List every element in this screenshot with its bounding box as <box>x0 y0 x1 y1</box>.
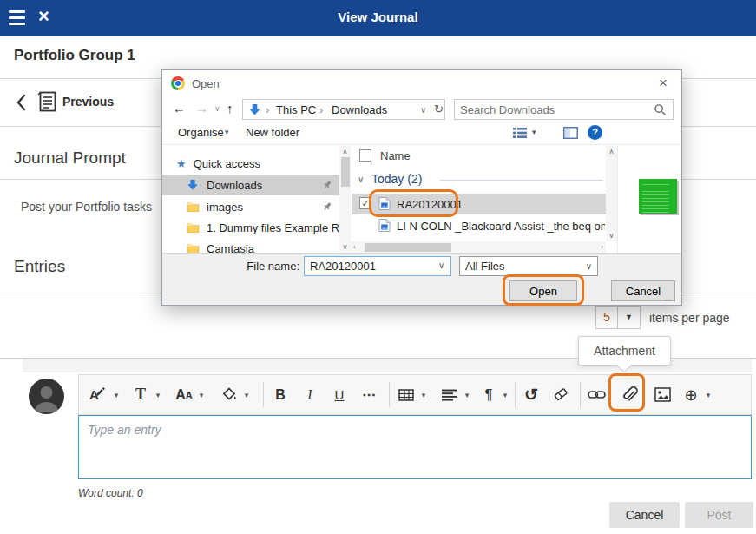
help-icon[interactable]: ? <box>588 125 602 140</box>
dialog-close-icon[interactable]: × <box>659 75 667 92</box>
group-header-line <box>440 180 603 181</box>
portfolio-group-title: Portfolio Group 1 <box>14 47 135 64</box>
preview-pane-icon[interactable] <box>563 127 578 139</box>
text-style-caret[interactable]: ▾ <box>112 375 121 414</box>
scroll-right-arrow[interactable]: › <box>601 243 603 251</box>
folder-icon <box>187 201 200 212</box>
file-type-select[interactable]: All Files ∨ <box>459 256 598 276</box>
scroll-down-arrow[interactable]: ∨ <box>606 232 617 240</box>
font-caret[interactable]: ▾ <box>154 375 162 414</box>
nav-history-caret[interactable]: ∨ <box>214 104 220 113</box>
address-dropdown-caret[interactable]: ∨ <box>420 105 426 115</box>
items-per-page-select[interactable]: 5 <box>595 306 618 329</box>
view-caret[interactable]: ▾ <box>532 128 536 136</box>
paragraph-caret[interactable]: ▾ <box>501 375 509 414</box>
sidebar-item-quick-access[interactable]: ★ Quick access <box>162 153 339 174</box>
font-size-button[interactable]: A A <box>171 375 197 414</box>
font-button[interactable]: T <box>131 375 150 414</box>
align-button[interactable] <box>438 375 461 414</box>
open-file-dialog: Open × ← → ∨ ↑ › This PC › Downloads ∨ ↻… <box>161 69 682 306</box>
underline-button[interactable]: U <box>329 375 350 414</box>
align-caret[interactable]: ▾ <box>463 375 471 414</box>
pin-icon <box>322 180 332 190</box>
highlight-caret[interactable]: ▾ <box>242 375 251 414</box>
file-preview-thumbnail <box>639 179 677 214</box>
breadcrumb-this-pc[interactable]: This PC <box>276 103 316 116</box>
app-header: × View Journal <box>0 0 756 36</box>
attachment-tooltip-label: Attachment <box>594 344 655 358</box>
list-view-icon[interactable] <box>513 127 527 139</box>
nav-back-button[interactable]: ← <box>173 101 186 115</box>
column-header-name[interactable]: Name <box>380 149 411 162</box>
insert-content-caret[interactable]: ▾ <box>704 375 713 414</box>
file-list: Name ∨ Today (2) ✓ RA20120001 <box>351 146 606 253</box>
organise-button[interactable]: Organise <box>178 126 224 139</box>
refresh-icon[interactable]: ↻ <box>434 102 444 115</box>
highlight-color-button[interactable] <box>218 375 240 414</box>
items-per-page-label: items per page <box>649 311 730 325</box>
paragraph-button[interactable]: ¶ <box>478 375 499 414</box>
chevron-left-icon <box>16 94 27 111</box>
view-journal-screen: × View Journal Portfolio Group 1 Previou… <box>0 0 756 534</box>
nav-up-button[interactable]: ↑ <box>227 101 233 115</box>
table-button[interactable] <box>395 375 417 414</box>
italic-button[interactable]: I <box>299 375 320 414</box>
group-header-today[interactable]: Today (2) <box>371 172 422 186</box>
breadcrumb-bar[interactable]: › This PC › Downloads ∨ ↻ <box>242 99 445 120</box>
downloads-icon <box>248 103 261 116</box>
search-icon <box>654 103 667 116</box>
more-formatting-button[interactable]: ⋯ <box>358 375 379 414</box>
file-list-vscrollbar[interactable]: ∧ ∨ <box>606 146 617 241</box>
file-type-caret: ∨ <box>586 257 592 275</box>
scroll-left-arrow[interactable]: ‹ <box>353 243 356 251</box>
crumb-separator: › <box>266 103 269 116</box>
cancel-button[interactable]: Cancel <box>609 502 680 528</box>
select-all-checkbox[interactable] <box>359 149 371 162</box>
text-style-button[interactable]: A <box>86 375 108 414</box>
folder-sidebar: ★ Quick access Downloads <box>162 146 339 253</box>
open-button-annotation-box <box>503 274 584 306</box>
sidebar-item-downloads[interactable]: Downloads <box>162 175 339 195</box>
sidebar-item-camtasia[interactable]: Camtasia <box>162 238 339 253</box>
bold-button[interactable]: B <box>270 375 291 414</box>
attachment-tooltip: Attachment <box>578 336 671 366</box>
scrollbar-thumb[interactable] <box>341 157 350 187</box>
dialog-titlebar[interactable]: Open × <box>162 70 681 96</box>
scroll-up-arrow[interactable]: ∧ <box>339 148 351 155</box>
scroll-down-arrow[interactable]: ∨ <box>339 243 351 251</box>
image-icon <box>654 387 671 402</box>
breadcrumb-downloads[interactable]: Downloads <box>332 103 387 116</box>
scroll-up-arrow[interactable]: ∧ <box>606 148 617 155</box>
preview-pane <box>617 146 681 253</box>
file-name-dropdown-caret[interactable]: ∨ <box>438 260 444 270</box>
undo-button[interactable]: ↺ <box>520 375 542 414</box>
new-folder-button[interactable]: New folder <box>246 126 299 139</box>
post-button[interactable]: Post <box>685 502 753 528</box>
sidebar-scrollbar[interactable]: ∧ ∨ <box>339 146 351 253</box>
nav-forward-button[interactable]: → <box>195 101 208 115</box>
sidebar-item-images[interactable]: images <box>162 196 339 217</box>
file-name[interactable]: LI N COLN _Blackoard Assist _the beq onl… <box>397 220 605 233</box>
file-annotation-box <box>369 189 458 217</box>
scrollbar-thumb[interactable] <box>365 243 451 252</box>
insert-content-button[interactable]: ⊕ <box>680 375 702 414</box>
word-count: Word count: 0 <box>78 487 143 499</box>
file-name-label: File name: <box>214 260 299 273</box>
entry-input[interactable] <box>78 415 752 479</box>
table-caret[interactable]: ▾ <box>419 375 428 414</box>
dialog-content: ★ Quick access Downloads <box>162 146 681 253</box>
file-list-hscrollbar[interactable]: ‹ › <box>351 241 606 253</box>
font-size-caret[interactable]: ▾ <box>197 375 206 414</box>
avatar <box>29 379 64 414</box>
sidebar-item-dummy-files[interactable]: 1. Dummy files Example Rul <box>162 217 339 238</box>
insert-image-button[interactable] <box>650 375 674 414</box>
file-name-input[interactable] <box>304 256 451 276</box>
search-input[interactable] <box>454 99 674 120</box>
file-row[interactable]: LI N COLN _Blackoard Assist _the beq onl… <box>352 215 606 236</box>
items-per-page-dropdown-arrow[interactable]: ▼ <box>617 306 641 329</box>
star-icon: ★ <box>176 157 187 170</box>
group-collapse-chevron[interactable]: ∨ <box>358 175 364 184</box>
resize-grip[interactable]: ⋯ <box>664 295 674 305</box>
clear-formatting-button[interactable] <box>549 375 572 414</box>
link-button[interactable] <box>584 375 608 414</box>
